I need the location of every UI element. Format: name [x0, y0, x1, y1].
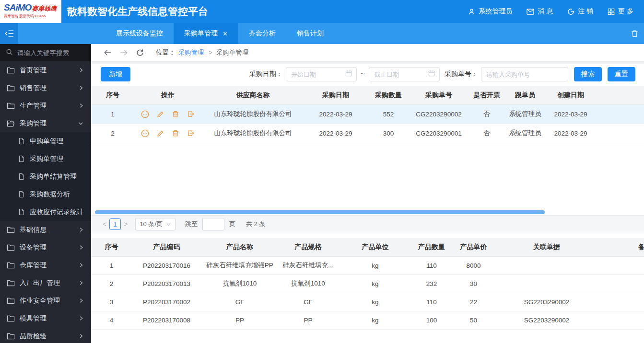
sidebar-item-production[interactable]: 生产管理: [0, 97, 91, 114]
table-row[interactable]: 1 山东玲珑轮胎股份有限公司 2022-03-29 552 CG22032900…: [91, 104, 644, 124]
company-logo: SAiMO 赛摩雄鹰 赛摩智能 股票代码300466: [0, 0, 61, 23]
col-created: 创建日期: [544, 86, 597, 104]
cell-created: 2022-03-29: [544, 104, 597, 124]
sidebar-item-receivable-payable-stats[interactable]: 应收应付记录统计: [0, 203, 91, 221]
col-product-qty: 产品数量: [412, 238, 451, 256]
clear-tabs-trash-icon[interactable]: [631, 30, 638, 37]
reset-button[interactable]: 重置: [608, 67, 635, 81]
folder-icon: [7, 262, 15, 269]
sidebar-item-home[interactable]: 首页管理: [0, 61, 91, 79]
cell-product-name: GF: [201, 293, 278, 311]
end-date-input[interactable]: [369, 71, 428, 78]
product-detail-table: 序号 产品编码 产品名称 产品规格 产品单位 产品数量 产品单价 关联单据 备注: [91, 233, 644, 343]
sidebar-item-sales[interactable]: 销售管理: [0, 79, 91, 97]
sidebar-collapse-button[interactable]: [0, 23, 18, 44]
cell-product-price: 8000: [451, 256, 496, 274]
sidebar-item-requisition-order[interactable]: 申购单管理: [0, 132, 91, 150]
end-date-field[interactable]: [369, 67, 440, 81]
sidebar-item-purchase-data-analysis[interactable]: 采购数据分析: [0, 185, 91, 203]
sidebar-item-purchase-settlement[interactable]: 采购单结算管理: [0, 168, 91, 185]
export-icon[interactable]: [187, 129, 195, 137]
delete-icon[interactable]: [171, 129, 180, 137]
breadcrumb-bar: 位置： 采购管理 > 采购单管理: [91, 44, 644, 62]
delete-icon[interactable]: [171, 110, 180, 118]
more-menu[interactable]: 更 多: [608, 7, 633, 16]
cell-product-code: P202203170013: [132, 274, 201, 293]
col-product-unit: 产品单位: [338, 238, 412, 256]
folder-icon: [7, 102, 15, 109]
sidebar-item-purchase-order[interactable]: 采购单管理: [0, 150, 91, 168]
tab-purchase-order-management[interactable]: 采购单管理 ✕: [174, 23, 238, 44]
cell-remark: [597, 293, 644, 311]
forward-icon[interactable]: [120, 49, 128, 56]
cell-order-no: CG2203290002: [410, 104, 468, 124]
col-quantity: 采购数量: [367, 86, 410, 104]
tab-sales-plan[interactable]: 销售计划: [286, 23, 334, 44]
sidebar-search[interactable]: [0, 44, 91, 61]
sidebar-item-basic-info[interactable]: 基础信息: [0, 221, 91, 239]
chevron-right-icon: [78, 315, 84, 321]
sidebar-item-entry-exit[interactable]: 入厂出厂管理: [0, 274, 91, 292]
table-row[interactable]: 2 P202203170013 抗氧剂1010 抗氧剂1010 kg 232 3…: [91, 274, 644, 293]
comment-icon[interactable]: [141, 129, 150, 138]
messages-menu[interactable]: 消 息: [527, 7, 553, 16]
cell-product-price: 30: [451, 274, 496, 293]
sidebar-submenu-purchase: 申购单管理 采购单管理 采购单结算管理 采购数据分析: [0, 132, 91, 221]
search-button[interactable]: 搜索: [574, 67, 602, 81]
next-page-button[interactable]: >: [121, 220, 130, 228]
table-row[interactable]: 4 P202203170008 PP PP kg 100 50 SG220329…: [91, 311, 644, 329]
folder-icon: [7, 244, 15, 251]
horizontal-scrollbar[interactable]: [91, 209, 644, 215]
start-date-field[interactable]: [286, 67, 357, 81]
edit-icon[interactable]: [156, 129, 165, 137]
order-no-input[interactable]: [481, 71, 568, 78]
main-area: 首页管理 销售管理 生产管理 采购管理: [0, 44, 644, 343]
sidebar-item-quality-inspection[interactable]: 品质检验: [0, 327, 91, 343]
user-menu[interactable]: 系统管理员: [468, 7, 512, 16]
sidebar-item-equipment[interactable]: 设备管理: [0, 239, 91, 256]
add-button[interactable]: 新增: [101, 67, 130, 81]
current-page-button[interactable]: 1: [109, 218, 121, 230]
search-icon: [6, 48, 13, 57]
breadcrumb-parent-link[interactable]: 采购管理: [178, 48, 204, 57]
logo-brand-cn-text: 赛摩雄鹰: [32, 4, 57, 13]
logout-menu[interactable]: 注 销: [567, 7, 593, 16]
logout-label: 注 销: [578, 7, 593, 16]
cell-product-spec: GF: [278, 293, 338, 311]
document-icon: [18, 173, 25, 180]
table-row[interactable]: 1 P202203170016 硅灰石纤维填充增强PP 硅灰石纤维填充... k…: [91, 256, 644, 274]
logo-subtitle: 赛摩智能 股票代码300466: [4, 14, 59, 19]
mail-icon: [527, 9, 534, 15]
tab-display-line-monitor[interactable]: 展示线设备监控: [105, 23, 174, 44]
close-icon[interactable]: ✕: [222, 30, 228, 37]
cell-purchase-date: 2022-03-29: [304, 124, 367, 143]
col-tracker: 跟单员: [506, 86, 544, 104]
table-row[interactable]: 2 山东玲珑轮胎股份有限公司 2022-03-29 300 CG22032900…: [91, 124, 644, 143]
refresh-icon[interactable]: [136, 49, 144, 57]
order-no-field[interactable]: [481, 67, 568, 81]
col-seq: 序号: [91, 86, 134, 104]
calendar-icon: [345, 70, 352, 79]
sidebar-item-mold[interactable]: 模具管理: [0, 309, 91, 327]
sidebar-item-warehouse[interactable]: 仓库管理: [0, 256, 91, 274]
table-row[interactable]: 3 P202203170002 GF GF kg 110 22 SG220329…: [91, 293, 644, 311]
jump-page-input[interactable]: [202, 218, 224, 230]
pagination-bar: < 1 > 10 条/页 跳至 页 共 2 条: [91, 215, 644, 233]
page-size-select[interactable]: 10 条/页: [135, 218, 176, 230]
tab-kit-analysis[interactable]: 齐套分析: [238, 23, 286, 44]
edit-icon[interactable]: [156, 110, 165, 118]
prev-page-button[interactable]: <: [100, 220, 109, 228]
comment-icon[interactable]: [141, 110, 150, 119]
content-area: 位置： 采购管理 > 采购单管理 新增 采购日期： ~: [91, 44, 644, 343]
start-date-input[interactable]: [286, 71, 345, 78]
cell-product-unit: kg: [338, 293, 412, 311]
cell-product-price: 22: [451, 293, 496, 311]
scrollbar-thumb[interactable]: [95, 210, 545, 214]
export-icon[interactable]: [187, 110, 195, 118]
menu-fold-icon: [5, 30, 14, 37]
sidebar-item-work-safety[interactable]: 作业安全管理: [0, 292, 91, 309]
cell-created: 2022-03-29: [544, 124, 597, 143]
sidebar-item-purchase[interactable]: 采购管理: [0, 114, 91, 132]
search-input[interactable]: [17, 49, 81, 57]
back-icon[interactable]: [104, 49, 112, 56]
